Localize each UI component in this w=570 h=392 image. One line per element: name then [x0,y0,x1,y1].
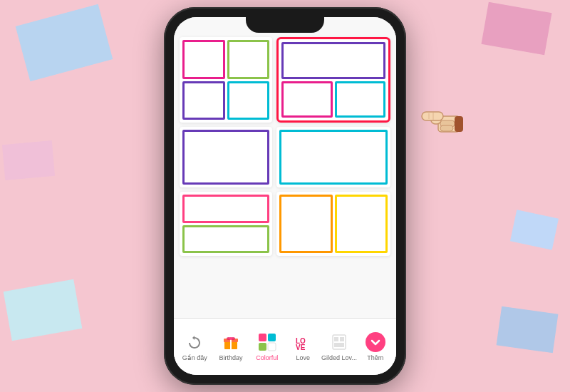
frame-item[interactable] [180,192,272,256]
screen-content: Gần đây [174,17,396,375]
frame-cell [281,42,385,79]
selected-frame-item[interactable] [276,37,390,123]
tab-gilded[interactable]: Gilded Lov... [321,332,358,361]
history-icon [185,332,204,352]
selection-arrow [388,73,390,87]
tab-love-label: Love [296,354,311,361]
love-icon: LO VE [293,332,313,352]
svg-rect-20 [440,125,453,131]
svg-rect-13 [334,337,338,341]
tab-more-label: Thêm [367,354,383,361]
tab-birthday-label: Birthday [219,354,242,361]
frame-cell [281,81,333,118]
tab-recent[interactable]: Gần đây [177,332,213,361]
collage-row-3 [180,192,390,256]
gift-icon [221,332,241,352]
frame-cell [182,40,225,79]
svg-rect-15 [334,343,344,347]
frame-item[interactable] [180,37,272,123]
tab-colorful[interactable]: Colorful [249,332,285,361]
svg-text:VE: VE [296,344,306,351]
svg-rect-14 [340,337,344,341]
collage-row-2 [180,127,390,187]
frame-item[interactable] [276,127,390,187]
svg-rect-2 [230,339,232,349]
phone-body: Gần đây [164,7,406,385]
more-icon [366,332,385,352]
tab-gilded-label: Gilded Lov... [321,354,357,361]
phone-mockup: Gần đây [164,7,406,385]
svg-rect-21 [455,116,463,132]
frame-cell [335,81,386,118]
frame-cell [182,81,225,120]
svg-rect-9 [268,343,276,351]
tab-more[interactable]: Thêm [357,332,393,361]
frame-item[interactable] [180,127,272,187]
svg-rect-6 [259,334,266,341]
tab-bar: Gần đây [174,318,396,375]
frame-cell [227,81,270,120]
gilded-icon [329,332,349,352]
colorful-icon [257,332,277,352]
svg-rect-7 [268,334,276,341]
tab-recent-label: Gần đây [182,354,207,361]
svg-rect-8 [259,343,266,351]
tab-colorful-label: Colorful [256,354,278,361]
tab-love[interactable]: LO VE Love [285,332,321,361]
hand-cursor [417,93,467,145]
phone-notch [246,17,324,33]
svg-point-5 [229,337,232,340]
phone-screen: Gần đây [174,17,396,375]
collage-grid [174,17,396,318]
frame-item[interactable] [276,192,390,256]
collage-row-1 [180,37,390,123]
frame-cell [227,40,270,79]
tab-birthday[interactable]: Birthday [213,332,249,361]
svg-rect-18 [422,112,443,120]
